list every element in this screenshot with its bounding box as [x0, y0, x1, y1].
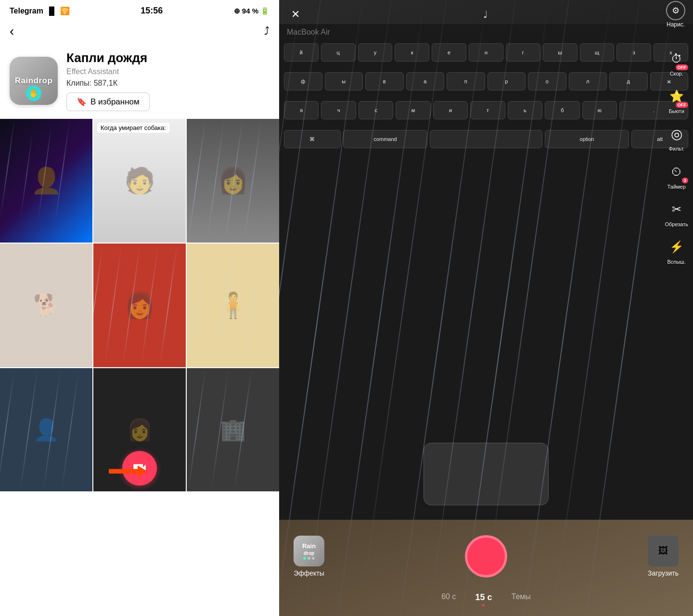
effects-button[interactable]: Rain drop Эффекты	[294, 536, 324, 577]
key: ц	[321, 43, 356, 62]
camera-settings-button[interactable]: ⚙	[666, 1, 685, 20]
grid-bg: 👩	[93, 244, 186, 367]
filter-label: Фильт.	[668, 146, 684, 152]
dot-inactive	[312, 557, 315, 560]
trim-label: Обрезать	[665, 221, 688, 228]
key-row-2: ф ы в а п р о л д ж	[284, 72, 688, 90]
share-button[interactable]: ⤴	[264, 25, 270, 38]
carrier-text: Telegram	[10, 7, 43, 15]
flash-icon: ⚡	[666, 236, 687, 257]
trim-control[interactable]: ✂ Обрезать	[665, 199, 688, 228]
effect-dots	[303, 557, 315, 560]
key: з	[616, 43, 651, 62]
speed-control[interactable]: ⏱ OFF Скор.	[666, 48, 687, 77]
key: к	[395, 43, 429, 62]
key	[430, 130, 542, 148]
camera-bottom-main: Rain drop Эффекты 🖼 Загрузить	[279, 520, 693, 592]
grid-item[interactable]: 🏢	[187, 368, 279, 492]
favorite-button[interactable]: 🔖 В избранном	[66, 92, 150, 111]
status-time: 15:56	[141, 6, 163, 16]
key: ш	[543, 43, 578, 62]
key: option	[545, 130, 629, 148]
key: л	[569, 72, 607, 90]
duration-bar: 60 с 15 с Темы	[279, 592, 693, 616]
trackpad	[424, 443, 549, 505]
grid-item[interactable]: 👩	[187, 119, 279, 243]
app-meta: Капли дождя Effect Assistant Клипы: 587,…	[66, 51, 150, 111]
grid-item[interactable]: 👤	[0, 368, 92, 492]
grid-item[interactable]: 🧍	[187, 244, 279, 367]
duration-15[interactable]: 15 с	[475, 592, 492, 606]
key: м	[396, 101, 430, 119]
status-bar-right: ⊕ 94 % 🔋	[234, 7, 270, 15]
grid-item[interactable]: 👩	[93, 368, 186, 492]
trim-icon: ✂	[666, 199, 687, 220]
key: д	[609, 72, 648, 90]
key-row-1: й ц у к е н г ш щ з х	[284, 43, 688, 62]
key: ф	[284, 72, 322, 90]
duration-60[interactable]: 60 с	[441, 592, 456, 606]
record-button-main[interactable]	[465, 535, 507, 578]
key: в	[365, 72, 404, 90]
app-icon: Raindrop ✋	[10, 57, 58, 105]
upload-thumbnail: 🖼	[648, 536, 679, 566]
grid-bg: 🏢	[187, 368, 279, 492]
dot-active	[303, 557, 306, 560]
top-nav: ‹ ⤴	[0, 20, 279, 43]
beauty-control[interactable]: ⭐ OFF Бьюти	[666, 86, 687, 115]
beauty-badge: OFF	[676, 102, 688, 108]
timer-control[interactable]: ⏲ 3 Таймер	[666, 161, 687, 190]
signal-icon: ▐▌	[46, 7, 57, 15]
flash-label: Вспыш.	[667, 259, 686, 265]
status-bar: Telegram ▐▌ 🛜 15:56 ⊕ 94 % 🔋	[0, 0, 279, 20]
upload-button[interactable]: 🖼 Загрузить	[648, 536, 679, 577]
app-author: Effect Assistant	[66, 67, 150, 76]
flash-control[interactable]: ⚡ Вспыш.	[666, 236, 687, 265]
camera-top-bar: ✕ ♩ ⚙ Нарис.	[279, 0, 693, 29]
video-grid: 👤 🧑 Когда умирает собака: 👩	[0, 119, 279, 616]
speed-icon: ⏱ OFF	[666, 48, 687, 69]
duration-themes[interactable]: Темы	[512, 592, 531, 606]
key: и	[433, 101, 468, 119]
key: е	[432, 43, 466, 62]
close-button[interactable]: ✕	[287, 6, 304, 23]
app-info: Raindrop ✋ Капли дождя Effect Assistant …	[0, 43, 279, 119]
key: н	[469, 43, 503, 62]
status-bar-left: Telegram ▐▌ 🛜	[10, 6, 70, 15]
app-clips: Клипы: 587,1К	[66, 79, 150, 88]
grid-item[interactable]: 👩	[93, 244, 186, 367]
key: т	[470, 101, 505, 119]
key: с	[359, 101, 393, 119]
camera-top-right: ⚙ Нарис.	[666, 1, 685, 28]
speed-badge: OFF	[676, 64, 688, 70]
grid-item[interactable]: 👤	[0, 119, 92, 243]
grid-bg: 👤	[0, 368, 92, 492]
back-button[interactable]: ‹	[10, 24, 14, 39]
speed-label: Скор.	[670, 71, 683, 77]
grid-bg: 👤	[0, 119, 92, 243]
key-row-3: я ч с м и т ь б ю .	[284, 101, 688, 119]
battery-text: 94 %	[242, 7, 258, 15]
upload-label: Загрузить	[648, 569, 679, 577]
filter-control[interactable]: ◎ Фильт.	[666, 123, 687, 152]
filter-icon: ◎	[666, 123, 687, 144]
music-button[interactable]: ♩	[483, 9, 488, 20]
beauty-icon: ⭐ OFF	[666, 86, 687, 107]
key: ч	[321, 101, 356, 119]
effect-sub: drop	[304, 551, 314, 556]
effect-icon: Rain drop	[294, 536, 324, 566]
keyboard-area: MacBook Air й ц у к е н г ш щ з х ф ы в …	[279, 24, 693, 520]
key: щ	[580, 43, 615, 62]
timer-icon: ⏲ 3	[666, 161, 687, 182]
grid-item[interactable]: 🧑 Когда умирает собака:	[93, 119, 186, 243]
arrow-indicator	[109, 465, 147, 477]
key: я	[284, 101, 319, 119]
grid-item[interactable]: 🐕	[0, 244, 92, 367]
arrow-shape	[109, 465, 147, 477]
camera-settings-label: Нарис.	[667, 21, 685, 28]
timer-badge: 3	[682, 178, 688, 183]
camera-right-controls: ⏱ OFF Скор. ⭐ OFF Бьюти ◎ Фильт. ⏲ 3 Тай…	[665, 48, 688, 265]
location-icon: ⊕	[234, 7, 240, 15]
grid-bg: 🧍	[187, 244, 279, 367]
key: п	[447, 72, 485, 90]
